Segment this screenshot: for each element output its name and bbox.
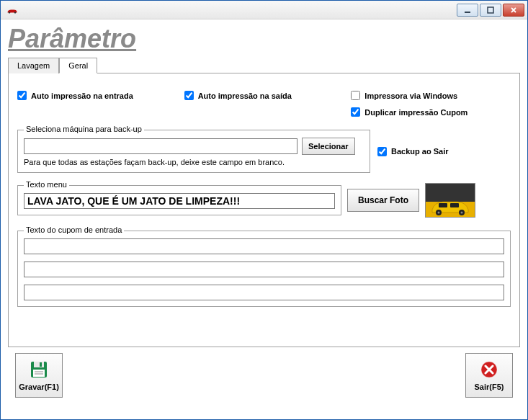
input-cupom-line3[interactable] bbox=[24, 285, 504, 300]
label-dup-cupom: Duplicar impressão Cupom bbox=[364, 108, 467, 117]
label-sair: Sair(F5) bbox=[475, 383, 504, 391]
tab-geral[interactable]: Geral bbox=[59, 58, 97, 73]
label-imp-windows: Impressora via Windows bbox=[364, 91, 457, 100]
checkbox-auto-saida[interactable] bbox=[184, 91, 194, 100]
label-auto-entrada: Auto impressão na entrada bbox=[31, 91, 133, 100]
checkbox-dup-cupom[interactable] bbox=[351, 107, 360, 117]
checkbox-auto-entrada[interactable] bbox=[17, 91, 27, 100]
svg-rect-11 bbox=[34, 362, 44, 367]
tab-strip: Lavagem Geral bbox=[8, 57, 520, 73]
legend-cupom: Texto do cupom de entrada bbox=[24, 225, 124, 234]
svg-point-9 bbox=[461, 212, 463, 214]
minimize-button[interactable] bbox=[457, 4, 478, 17]
input-backup-machine[interactable] bbox=[24, 138, 297, 154]
svg-rect-4 bbox=[439, 203, 447, 207]
hint-backup: Para que todas as estações façam back-up… bbox=[24, 158, 364, 166]
svg-point-1 bbox=[14, 12, 16, 13]
input-texto-menu[interactable] bbox=[24, 193, 335, 209]
window-controls bbox=[457, 4, 524, 17]
svg-rect-5 bbox=[450, 203, 459, 207]
svg-rect-2 bbox=[465, 12, 470, 13]
label-gravar: Gravar(F1) bbox=[19, 383, 59, 391]
button-buscar-foto[interactable]: Buscar Foto bbox=[347, 189, 419, 212]
maximize-button[interactable] bbox=[480, 4, 501, 17]
fieldset-cupom: Texto do cupom de entrada bbox=[17, 231, 511, 307]
photo-thumbnail bbox=[425, 183, 475, 218]
fieldset-backup: Seleciona máquina para back-up Seleciona… bbox=[17, 130, 370, 173]
button-selecionar[interactable]: Selecionar bbox=[302, 138, 355, 155]
titlebar bbox=[1, 1, 527, 19]
close-button[interactable] bbox=[503, 4, 524, 17]
legend-backup: Seleciona máquina para back-up bbox=[24, 125, 144, 133]
legend-texto-menu: Texto menu bbox=[24, 180, 69, 189]
input-cupom-line2[interactable] bbox=[24, 262, 504, 277]
save-icon bbox=[29, 359, 49, 380]
tab-lavagem[interactable]: Lavagem bbox=[8, 58, 59, 73]
car-icon bbox=[429, 197, 472, 215]
checkbox-backup-sair[interactable] bbox=[377, 147, 387, 156]
label-auto-saida: Auto impressão na saída bbox=[198, 91, 292, 100]
tab-panel-geral: Auto impressão na entrada Auto impressão… bbox=[8, 73, 520, 347]
svg-point-0 bbox=[9, 12, 10, 13]
footer: Gravar(F1) Sair(F5) bbox=[8, 347, 520, 403]
svg-rect-13 bbox=[33, 370, 45, 377]
page-title: Parâmetro bbox=[8, 24, 520, 54]
svg-point-8 bbox=[438, 212, 440, 214]
app-icon bbox=[6, 6, 18, 14]
button-sair[interactable]: Sair(F5) bbox=[465, 353, 513, 398]
label-backup-sair: Backup ao Sair bbox=[391, 147, 448, 156]
button-gravar[interactable]: Gravar(F1) bbox=[15, 353, 63, 398]
svg-rect-3 bbox=[488, 7, 493, 13]
fieldset-texto-menu: Texto menu bbox=[17, 185, 341, 215]
checkbox-imp-windows[interactable] bbox=[351, 91, 360, 100]
input-cupom-line1[interactable] bbox=[24, 238, 504, 254]
svg-rect-12 bbox=[40, 362, 42, 367]
exit-icon bbox=[479, 359, 499, 380]
